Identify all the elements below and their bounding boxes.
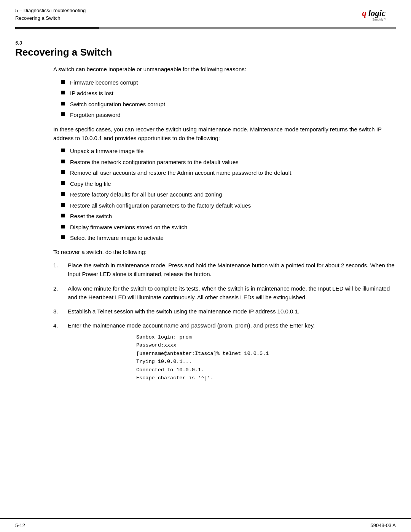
opportunity-text: Remove all user accounts and restore the… [70, 169, 293, 177]
reason-text: Switch configuration becomes corrupt [70, 100, 165, 109]
svg-text:logic: logic [368, 8, 386, 18]
bullet-icon [61, 102, 65, 105]
bullet-icon [61, 112, 65, 116]
list-item: Restore the network configuration parame… [61, 158, 396, 167]
reason-text: Firmware becomes corrupt [70, 78, 138, 87]
bullet-icon [61, 225, 65, 228]
code-line: Escape character is '^]'. [136, 374, 396, 382]
bullet-icon [61, 170, 65, 174]
step-number: 4. [53, 321, 65, 330]
opportunity-text: Restore all switch configuration paramet… [70, 201, 251, 210]
page-footer: 5-12 59043-03 A [0, 518, 411, 532]
opportunity-text: Restore factory defaults for all but use… [70, 190, 222, 199]
reasons-list: Firmware becomes corrupt IP address is l… [61, 78, 396, 120]
step-text: Allow one minute for the switch to compl… [68, 284, 396, 302]
step-text: Place the switch in maintenance mode. Pr… [68, 261, 396, 279]
opportunities-list: Unpack a firmware image file Restore the… [61, 147, 396, 243]
intro-text: A switch can become inoperable or unmana… [53, 65, 396, 74]
svg-text:Simplify™: Simplify™ [373, 18, 387, 21]
list-item: Copy the log file [61, 180, 396, 189]
code-line: Sanbox login: prom [136, 333, 396, 342]
list-item: Display firmware versions stored on the … [61, 223, 396, 232]
header-line2: Recovering a Switch [15, 14, 86, 22]
recover-intro: To recover a switch, do the following: [53, 248, 396, 257]
opportunity-text: Display firmware versions stored on the … [70, 223, 187, 232]
page-header: 5 – Diagnostics/Troubleshooting Recoveri… [0, 0, 411, 24]
header-line1: 5 – Diagnostics/Troubleshooting [15, 7, 86, 14]
bullet-icon [61, 160, 65, 163]
logo-area: q logic Simplify™ [362, 7, 396, 24]
section-number: 5.3 [15, 40, 396, 46]
list-item: Restore factory defaults for all but use… [61, 190, 396, 199]
bullet-icon [61, 203, 65, 207]
opportunity-text: Restore the network configuration parame… [70, 158, 239, 167]
body-text-1: In these specific cases, you can recover… [53, 125, 396, 143]
code-block: Sanbox login: prom Password:xxxx [userna… [136, 333, 396, 383]
bullet-icon [61, 91, 65, 94]
reason-text: IP address is lost [70, 89, 113, 98]
opportunity-text: Reset the switch [70, 212, 112, 221]
bullet-icon [61, 214, 65, 217]
list-item: 3. Establish a Telnet session with the s… [53, 307, 396, 316]
code-line: Trying 10.0.0.1... [136, 358, 396, 366]
bullet-icon [61, 235, 65, 239]
step-number: 2. [53, 284, 65, 293]
list-item: 2. Allow one minute for the switch to co… [53, 284, 396, 302]
list-item: Firmware becomes corrupt [61, 78, 396, 87]
step-text: Establish a Telnet session with the swit… [68, 307, 396, 316]
bullet-icon [61, 80, 65, 84]
step-text-with-code: Enter the maintenance mode account name … [68, 321, 396, 382]
list-item: Forgotten password [61, 111, 396, 120]
code-line: [username@anteater:Itasca]% telnet 10.0.… [136, 350, 396, 358]
list-item: Restore all switch configuration paramet… [61, 201, 396, 210]
list-item: Switch configuration becomes corrupt [61, 100, 396, 109]
footer-doc-number: 59043-03 A [370, 522, 396, 528]
header-text: 5 – Diagnostics/Troubleshooting Recoveri… [15, 7, 86, 22]
svg-text:q: q [362, 8, 366, 18]
opportunity-text: Select the firmware image to activate [70, 234, 164, 243]
list-item: Reset the switch [61, 212, 396, 221]
opportunity-text: Copy the log file [70, 180, 111, 189]
list-item: 1. Place the switch in maintenance mode.… [53, 261, 396, 279]
section-title: Recovering a Switch [15, 46, 396, 58]
bullet-icon [61, 192, 65, 196]
reason-text: Forgotten password [70, 111, 121, 120]
code-line: Connected to 10.0.0.1. [136, 366, 396, 374]
code-line: Password:xxxx [136, 341, 396, 350]
list-item: Select the firmware image to activate [61, 234, 396, 243]
step-text: Enter the maintenance mode account name … [68, 322, 315, 329]
steps-list: 1. Place the switch in maintenance mode.… [53, 261, 396, 382]
step-number: 1. [53, 261, 65, 270]
bullet-icon [61, 149, 65, 152]
list-item: 4. Enter the maintenance mode account na… [53, 321, 396, 382]
list-item: Remove all user accounts and restore the… [61, 169, 396, 177]
footer-page-number: 5-12 [15, 522, 25, 528]
opportunity-text: Unpack a firmware image file [70, 147, 143, 156]
list-item: Unpack a firmware image file [61, 147, 396, 156]
bullet-icon [61, 181, 65, 185]
step-number: 3. [53, 307, 65, 316]
qlogic-logo: q logic Simplify™ [362, 7, 396, 24]
list-item: IP address is lost [61, 89, 396, 98]
main-content: 5.3 Recovering a Switch A switch can bec… [0, 29, 411, 518]
